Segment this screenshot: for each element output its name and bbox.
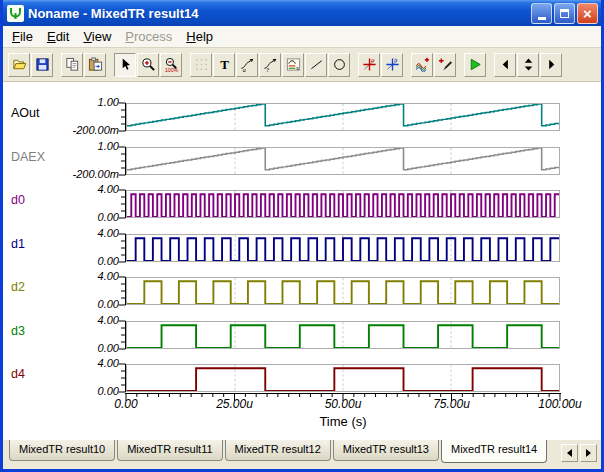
y-axis-min-label: -200.00m (41, 168, 119, 180)
select-mode-button[interactable] (114, 53, 136, 77)
cursor-a-button[interactable]: a (358, 53, 380, 77)
run-icon (468, 57, 483, 72)
insert-text-button[interactable]: T (213, 53, 235, 77)
svg-text:?: ? (266, 66, 269, 72)
signal-label-d4: d4 (11, 367, 25, 381)
svg-text:s: s (296, 65, 299, 71)
y-axis (117, 102, 126, 132)
tab-mixedtr-result12[interactable]: MixedTR result12 (225, 440, 331, 461)
open-button[interactable] (8, 53, 30, 77)
copy-button[interactable] (61, 53, 83, 77)
maximize-button[interactable] (554, 3, 575, 24)
y-axis-min-label: 0.00 (41, 385, 119, 397)
left-arrow-icon (567, 449, 572, 457)
signal-label-AOut: AOut (11, 106, 40, 120)
tab-mixedtr-result11[interactable]: MixedTR result11 (117, 440, 222, 461)
tab-mixedtr-result13[interactable]: MixedTR result13 (333, 440, 439, 461)
open-folder-icon (12, 57, 27, 72)
text-icon: T (217, 57, 232, 72)
app-icon (7, 5, 24, 22)
x-tick-label: 75.00u (433, 397, 470, 411)
zoom-100-button[interactable]: 100% (160, 53, 182, 77)
paste-icon (88, 57, 103, 72)
curve-arrow-a-icon: a (240, 57, 255, 72)
y-axis-min-label: 0.00 (41, 342, 119, 354)
signal-label-d2: d2 (11, 280, 25, 294)
y-axis-min-label: 0.00 (41, 255, 119, 267)
ellipse-icon (332, 57, 347, 72)
svg-text:a: a (242, 67, 245, 72)
y-axis (117, 320, 126, 350)
minimize-button[interactable] (531, 3, 552, 24)
y-axis-max-label: 4.00 (41, 314, 119, 326)
next-page-button[interactable] (540, 53, 562, 77)
x-tick-label: 50.00u (325, 397, 362, 411)
select-arrow-icon (118, 57, 133, 72)
waveform-viewer: AOut1.00-200.00mDAEX1.00-200.00md04.000.… (3, 82, 601, 440)
menu-help[interactable]: Help (179, 27, 220, 46)
paste-button[interactable] (84, 53, 106, 77)
zoom-in-button[interactable] (137, 53, 159, 77)
draw-ellipse-button[interactable] (328, 53, 350, 77)
close-button[interactable]: × (577, 3, 598, 24)
signal-label-d0: d0 (11, 193, 25, 207)
right-arrow-icon (586, 449, 591, 457)
y-axis-max-label: 1.00 (41, 140, 119, 152)
plot-d1 (126, 234, 560, 262)
y-axis-min-label: -200.00m (41, 124, 119, 136)
snap-grid-button (190, 53, 212, 77)
cursor-b-button[interactable]: b (381, 53, 403, 77)
save-icon (35, 57, 50, 72)
plot-d3 (126, 321, 560, 349)
cursor-b-icon: b (385, 57, 400, 72)
zoom-in-icon (141, 57, 156, 72)
maximize-icon (560, 9, 569, 18)
tab-scroll-right-button[interactable] (580, 444, 597, 462)
title-bar[interactable]: Noname - MixedTR result14 × (3, 0, 601, 26)
toolbar: 100%Ta?sab (3, 48, 601, 82)
menu-view[interactable]: View (76, 27, 118, 46)
copy-icon (65, 57, 80, 72)
app-window: Noname - MixedTR result14 × File Edit Vi… (0, 0, 604, 472)
plot-d4 (126, 364, 560, 392)
result-tab-bar: MixedTR result10 MixedTR result11 MixedT… (3, 440, 601, 469)
y-axis-max-label: 4.00 (41, 270, 119, 282)
legend-icon: s (286, 57, 301, 72)
add-curves-icon (415, 57, 430, 72)
save-button[interactable] (31, 53, 53, 77)
y-axis (117, 233, 126, 263)
curve-marker-q-button[interactable]: ? (259, 53, 281, 77)
x-tick-label: 0.00 (114, 397, 137, 411)
menu-edit[interactable]: Edit (40, 27, 76, 46)
draw-line-button[interactable] (305, 53, 327, 77)
svg-text:a: a (370, 57, 373, 63)
x-tick-label: 25.00u (216, 397, 253, 411)
run-button[interactable] (464, 53, 486, 77)
tab-mixedtr-result14[interactable]: MixedTR result14 (441, 440, 547, 463)
y-axis-max-label: 4.00 (41, 357, 119, 369)
curve-marker-a-button[interactable]: a (236, 53, 258, 77)
y-axis (117, 189, 126, 219)
plot-AOut (126, 103, 560, 131)
close-icon: × (583, 6, 592, 21)
zoom-100-icon: 100% (164, 57, 179, 72)
minimize-icon (538, 17, 546, 20)
tab-scroll-left-button[interactable] (561, 444, 578, 462)
signal-label-d3: d3 (11, 324, 25, 338)
page-spinner-button[interactable] (517, 53, 539, 77)
svg-text:T: T (220, 57, 229, 72)
y-axis (117, 276, 126, 306)
probe-button[interactable] (434, 53, 456, 77)
prev-page-button[interactable] (494, 53, 516, 77)
legend-button[interactable]: s (282, 53, 304, 77)
signal-label-DAEX: DAEX (11, 150, 45, 164)
left-arrow-icon (498, 57, 513, 72)
x-axis-title: Time (s) (319, 414, 366, 429)
right-arrow-icon (544, 57, 559, 72)
grid-icon (194, 57, 209, 72)
svg-text:b: b (393, 57, 396, 63)
menu-file[interactable]: File (5, 27, 40, 46)
add-curve-button[interactable] (411, 53, 433, 77)
tab-mixedtr-result10[interactable]: MixedTR result10 (9, 440, 115, 461)
y-axis-max-label: 4.00 (41, 183, 119, 195)
